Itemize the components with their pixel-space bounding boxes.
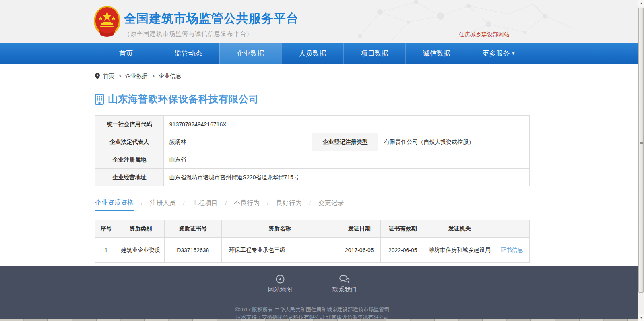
certificate-info-link[interactable]: 证书信息 — [501, 246, 523, 253]
breadcrumb-enterprise-data[interactable]: 企业数据 — [125, 72, 148, 80]
table-row: 1 建筑业企业资质 D337152638 环保工程专业承包三级 2017-06-… — [95, 238, 530, 263]
col-actions — [494, 220, 530, 238]
col-valid-until: 证书有效期 — [381, 220, 425, 238]
cell-cert-no: D337152638 — [164, 238, 221, 263]
tab-qualifications[interactable]: 企业资质资格 — [95, 199, 134, 211]
site-subtitle: （原全国建筑市场监管与诚信信息发布平台） — [124, 30, 299, 38]
scrollbar-grip — [640, 141, 643, 144]
nav-item-supervision-news[interactable]: 监管动态 — [157, 43, 219, 64]
tab-good-behavior[interactable]: 良好行为 — [276, 199, 302, 210]
scrollbar-up-arrow[interactable]: ▲ — [638, 0, 644, 7]
copyright-text: ©2017 版权所有 中华人民共和国住房和城乡建设部建筑市场监管司 — [95, 306, 530, 313]
nav-item-project-data[interactable]: 项目数据 — [343, 43, 405, 64]
table-row: 企业注册属地 山东省 — [95, 151, 530, 169]
tab-separator: / — [225, 200, 227, 210]
cell-qual-name: 环保工程专业承包三级 — [221, 238, 338, 263]
reg-region-value: 山东省 — [163, 151, 529, 169]
col-category: 资质类别 — [117, 220, 164, 238]
col-seq: 序号 — [95, 220, 117, 238]
reg-type-label: 企业登记注册类型 — [312, 133, 378, 151]
cell-seq: 1 — [95, 238, 117, 263]
vertical-scrollbar[interactable]: ▲ ▼ — [638, 0, 644, 321]
qualification-table: 序号 资质类别 资质证书号 资质名称 发证日期 证书有效期 发证机关 1 建筑业… — [95, 220, 530, 263]
site-header: 全国建筑市场监管公共服务平台 （原全国建筑市场监管与诚信信息发布平台） 住房城乡… — [0, 0, 638, 43]
nav-item-home[interactable]: 首页 — [95, 43, 157, 64]
legal-rep-label: 企业法定代表人 — [95, 133, 164, 151]
more-services-label: 更多服务 — [482, 50, 510, 57]
cell-authority: 潍坊市住房和城乡建设局 — [425, 238, 494, 263]
breadcrumb-enterprise-info[interactable]: 企业信息 — [159, 72, 181, 80]
address-value: 山东省潍坊市诸城市密州街道S220省道龙华街715号 — [163, 169, 529, 186]
compass-icon — [268, 275, 292, 284]
breadcrumb-separator: > — [152, 73, 155, 79]
main-nav: 首页 监管动态 企业数据 人员数据 项目数据 诚信数据 更多服务▼ — [0, 43, 638, 64]
cell-issue-date: 2017-06-05 — [338, 238, 381, 263]
reg-type-value: 有限责任公司（自然人投资或控股） — [378, 133, 530, 151]
site-footer: 网站地图 联系我们 ©2017 版权所有 中华人民共和国住房和城乡建设部建筑市场… — [0, 266, 638, 321]
main-content: 首页 > 企业数据 > 企业信息 山东海普欧环保设备科技有限公司 — [0, 64, 638, 266]
nav-item-personnel-data[interactable]: 人员数据 — [281, 43, 343, 64]
company-info-table: 统一社会信用代码 91370782494216716X 企业法定代表人 颜炳林 … — [95, 115, 530, 186]
location-pin-icon — [95, 73, 100, 79]
national-emblem-logo — [93, 6, 121, 37]
col-qual-name: 资质名称 — [221, 220, 338, 238]
tab-separator: / — [267, 200, 268, 210]
mohurd-website-link[interactable]: 住房城乡建设部网站 — [459, 31, 510, 38]
detail-tabs: 企业资质资格 / 注册人员 / 工程项目 / 不良行为 / 良好行为 / 变更记… — [95, 199, 530, 211]
legal-rep-value: 颜炳林 — [163, 133, 312, 151]
nav-item-enterprise-data[interactable]: 企业数据 — [219, 43, 281, 64]
breadcrumb-home[interactable]: 首页 — [103, 72, 114, 80]
page-title-company-name: 山东海普欧环保设备科技有限公司 — [108, 93, 259, 106]
taskbar-edge — [0, 319, 638, 321]
tab-projects[interactable]: 工程项目 — [192, 199, 218, 210]
company-title-row: 山东海普欧环保设备科技有限公司 — [95, 93, 530, 106]
reg-region-label: 企业注册属地 — [95, 151, 164, 169]
tab-separator: / — [309, 200, 311, 210]
qualification-table-header-row: 序号 资质类别 资质证书号 资质名称 发证日期 证书有效期 发证机关 — [95, 220, 530, 238]
site-title-block: 全国建筑市场监管公共服务平台 （原全国建筑市场监管与诚信信息发布平台） — [124, 10, 299, 38]
nav-item-credit-data[interactable]: 诚信数据 — [405, 43, 467, 64]
nav-item-more-services[interactable]: 更多服务▼ — [468, 43, 530, 64]
page: 全国建筑市场监管公共服务平台 （原全国建筑市场监管与诚信信息发布平台） 住房城乡… — [0, 0, 638, 321]
tab-separator: / — [183, 200, 184, 210]
table-row: 企业法定代表人 颜炳林 企业登记注册类型 有限责任公司（自然人投资或控股） — [95, 133, 530, 151]
address-label: 企业经营地址 — [95, 169, 164, 186]
col-cert-no: 资质证书号 — [164, 220, 221, 238]
scrollbar-thumb[interactable] — [638, 8, 644, 293]
site-title: 全国建筑市场监管公共服务平台 — [124, 10, 299, 27]
contact-us-label: 联系我们 — [332, 286, 357, 293]
cell-valid-until: 2022-06-05 — [381, 238, 425, 263]
contact-us-link[interactable]: 联系我们 — [332, 275, 357, 294]
sitemap-link[interactable]: 网站地图 — [268, 275, 292, 294]
table-row: 企业经营地址 山东省潍坊市诸城市密州街道S220省道龙华街715号 — [95, 169, 530, 186]
col-issue-date: 发证日期 — [338, 220, 381, 238]
tab-separator: / — [141, 200, 142, 210]
credit-code-value: 91370782494216716X — [163, 116, 529, 133]
chevron-down-icon: ▼ — [511, 51, 515, 56]
col-authority: 发证机关 — [425, 220, 494, 238]
chat-bubbles-icon — [332, 275, 357, 284]
sitemap-label: 网站地图 — [268, 286, 292, 293]
credit-code-label: 统一社会信用代码 — [95, 116, 164, 133]
breadcrumb-separator: > — [118, 73, 121, 79]
building-icon — [95, 94, 104, 105]
scrollbar-down-arrow[interactable]: ▼ — [638, 314, 644, 321]
tab-change-records[interactable]: 变更记录 — [318, 199, 344, 210]
table-row: 统一社会信用代码 91370782494216716X — [95, 116, 530, 133]
tab-registered-personnel[interactable]: 注册人员 — [150, 199, 175, 210]
cell-category: 建筑业企业资质 — [117, 238, 164, 263]
breadcrumb: 首页 > 企业数据 > 企业信息 — [95, 64, 530, 80]
tab-bad-behavior[interactable]: 不良行为 — [234, 199, 260, 210]
